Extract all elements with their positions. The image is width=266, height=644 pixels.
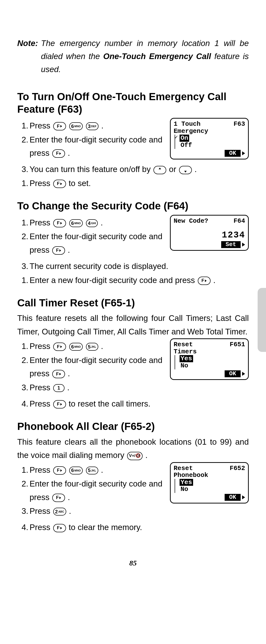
triangle-right-icon — [242, 243, 245, 246]
f651-step3: Press 1 . — [30, 381, 165, 394]
key-f-icon — [52, 370, 65, 378]
key-5: 5JKL — [86, 466, 98, 474]
key-6: 6MNO — [69, 343, 83, 351]
heading-f652: Phonebook All Clear (F65-2) — [17, 420, 249, 432]
f63-step1: Press 6MNO 3DEF . — [30, 119, 165, 132]
key-6: 6MNO — [69, 466, 83, 474]
triangle-right-icon — [242, 151, 245, 155]
f64-step4: Enter a new four-digit security code and… — [30, 274, 249, 287]
key-down-icon — [179, 166, 192, 174]
heading-f651: Call Timer Reset (F65-1) — [17, 297, 249, 309]
f652-step1: Press 6MNO 5JKL . — [30, 463, 165, 477]
key-1: 1 — [53, 384, 65, 392]
key-f-icon — [53, 219, 66, 228]
screen-f63: 1 TouchF63 Emergency ✓ On Off OK — [170, 118, 249, 160]
key-f-icon — [52, 149, 65, 158]
key-6: 6MNO — [69, 122, 83, 130]
f63-step4: Press to set. — [30, 177, 249, 190]
triangle-right-icon — [242, 372, 245, 376]
f63-step2: Enter the four-digit security code and p… — [30, 133, 165, 160]
f64-step2: Enter the four-digit security code and p… — [30, 230, 165, 257]
note-text: The emergency number in memory location … — [41, 37, 249, 76]
key-f-icon — [53, 524, 66, 532]
f64-step1: Press 6MNO 4GHI . — [30, 216, 165, 229]
key-f-icon — [198, 276, 211, 285]
key-vplus-icon: V+/🔇 — [127, 452, 143, 460]
check-icon: ✓ — [175, 134, 178, 140]
f652-step2: Enter the four-digit security code and p… — [30, 477, 165, 504]
heading-f63: To Turn On/Off One-Touch Emergency Call … — [17, 90, 249, 116]
key-6: 6MNO — [69, 219, 83, 227]
key-f-icon — [52, 494, 65, 502]
key-f-icon — [53, 122, 66, 130]
key-f-icon — [53, 180, 66, 188]
page-number: 85 — [17, 559, 249, 567]
key-f-icon — [53, 400, 66, 408]
note-label: Note: — [17, 37, 38, 76]
key-5: 5JKL — [86, 343, 98, 351]
screen-f652: ResetF652 Phonebook Yes No OK — [170, 462, 249, 504]
f63-step3: You can turn this feature on/off by or . — [30, 163, 249, 176]
f652-intro: This feature clears all the phonebook lo… — [17, 435, 249, 462]
f652-step4: Press to clear the memory. — [30, 521, 249, 534]
screen-f651: ResetF651 Timers Yes No OK — [170, 338, 249, 380]
screen-f64: New Code?F64 1234 Set — [170, 215, 249, 251]
triangle-right-icon — [242, 495, 245, 499]
f651-step4: Press to reset the call timers. — [30, 397, 249, 410]
key-2: 2ABC — [53, 508, 66, 516]
f651-step1: Press 6MNO 5JKL . — [30, 340, 165, 353]
f651-intro: This feature resets all the following fo… — [17, 312, 249, 338]
heading-f64: To Change the Security Code (F64) — [17, 200, 249, 212]
f652-step3: Press 2ABC . — [30, 504, 165, 518]
note-block: Note: The emergency number in memory loc… — [17, 37, 249, 76]
key-f-icon — [53, 342, 66, 351]
key-3: 3DEF — [86, 122, 99, 130]
f651-step2: Enter the four-digit security code and p… — [30, 354, 165, 380]
thumb-tab — [258, 288, 266, 352]
key-f-icon — [52, 246, 65, 255]
key-up-icon — [153, 166, 166, 174]
key-f-icon — [53, 466, 66, 475]
f64-step3: The current security code is displayed. — [30, 260, 249, 273]
key-4: 4GHI — [86, 219, 98, 227]
